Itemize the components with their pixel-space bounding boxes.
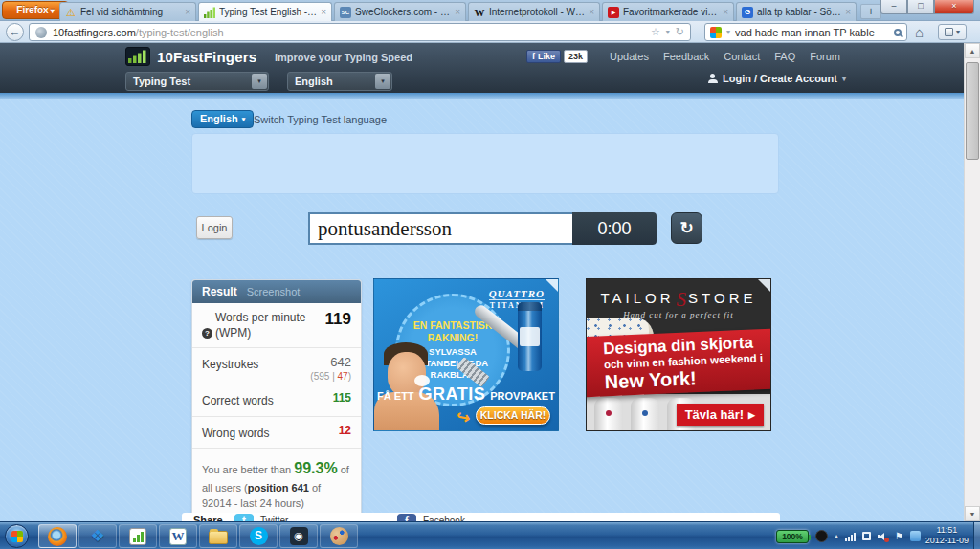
- skype-icon: S: [250, 527, 268, 545]
- clock-date: 2012-11-09: [925, 536, 969, 546]
- keystrokes-value: 642: [330, 355, 351, 369]
- tab-google-search[interactable]: G alla tp kablar - Sök på Google ×: [736, 2, 857, 21]
- google-icon: G: [742, 7, 753, 18]
- brand-logo-icon[interactable]: [125, 47, 150, 66]
- typing-input[interactable]: [308, 212, 572, 245]
- reload-icon[interactable]: ↻: [676, 26, 684, 38]
- ad-choices-icon[interactable]: [758, 279, 770, 292]
- screenshot-link[interactable]: Screenshot: [247, 286, 301, 297]
- battery-indicator[interactable]: 100%: [776, 530, 809, 543]
- tab-typing-test[interactable]: Typing Test English - 10FastFing... ×: [198, 2, 332, 21]
- network-plug-icon[interactable]: [862, 532, 871, 540]
- tray-app-icon[interactable]: [815, 530, 828, 542]
- ad-tailor-banner[interactable]: TAILORSSTORE Hand cut for a perfect fit …: [586, 278, 771, 431]
- scroll-up-icon[interactable]: ▲: [965, 43, 980, 58]
- windows-logo-icon: [11, 531, 23, 542]
- nav-link-faq[interactable]: FAQ: [774, 51, 795, 62]
- keystrokes-label: Keystrokes: [202, 357, 258, 372]
- language-select[interactable]: English ▾: [287, 72, 392, 91]
- ad-choices-icon[interactable]: [546, 279, 558, 292]
- window-controls: – □ ×: [880, 0, 974, 14]
- chevron-down-icon: ▾: [242, 111, 246, 127]
- ad-tailor-cta-button[interactable]: Tävla här!▶: [677, 404, 764, 426]
- back-button[interactable]: ←: [6, 23, 24, 41]
- page-content: 10FastFingers Improve your Typing Speed …: [0, 43, 964, 521]
- nav-link-updates[interactable]: Updates: [610, 51, 649, 62]
- login-create-account[interactable]: Login / Create Account ▾: [708, 73, 846, 84]
- tab-title: Favoritmarkerade videoklipp - Y...: [623, 7, 719, 17]
- shaving-gel-illustration: [518, 302, 542, 371]
- scroll-down-icon[interactable]: ▼: [965, 506, 980, 521]
- tab-title: Fel vid sidhämtning: [80, 7, 181, 17]
- taskbar-skype-button[interactable]: S: [239, 524, 278, 548]
- search-magnifier-icon[interactable]: [894, 29, 902, 36]
- url-dropdown-icon[interactable]: ▾: [666, 28, 670, 36]
- header-divider: [0, 93, 964, 99]
- home-icon[interactable]: ⌂: [915, 22, 924, 42]
- scrollbar-thumb[interactable]: [966, 62, 979, 160]
- tab-wikipedia[interactable]: W Internetprotokoll - Wikipedia ×: [468, 2, 600, 21]
- tab-close-icon[interactable]: ×: [845, 8, 851, 17]
- facebook-like-widget[interactable]: fLike 23k: [526, 50, 588, 63]
- tab-title: SweClockers.com - Sveriges stör...: [355, 7, 451, 17]
- twitter-icon[interactable]: t: [234, 514, 254, 521]
- speaker-muted-icon[interactable]: [878, 532, 888, 541]
- tab-close-icon[interactable]: ×: [321, 8, 326, 17]
- login-button[interactable]: Login: [196, 216, 233, 239]
- tray-expand-icon[interactable]: ▴: [835, 532, 838, 540]
- test-language-button[interactable]: English▾: [191, 110, 254, 128]
- facebook-icon[interactable]: f: [397, 514, 416, 521]
- tray-blue-app-icon[interactable]: [910, 531, 921, 541]
- taskbar-chart-app-button[interactable]: [119, 524, 157, 548]
- new-tab-button[interactable]: +: [860, 4, 881, 19]
- nav-link-forum[interactable]: Forum: [810, 51, 840, 62]
- close-button[interactable]: ×: [934, 0, 974, 14]
- taskbar-firefox-button[interactable]: [38, 524, 77, 548]
- search-bar[interactable]: ▾: [704, 23, 907, 41]
- taskbar-word-button[interactable]: W: [159, 524, 197, 548]
- browser-navbar: ← 10fastfingers.com/typing-test/english …: [0, 21, 980, 43]
- browser-tab-bar: Firefox▾ ⚠ Fel vid sidhämtning × Typing …: [0, 0, 980, 21]
- question-icon[interactable]: ?: [202, 328, 212, 339]
- taskbar-explorer-button[interactable]: [199, 524, 237, 548]
- tab-close-icon[interactable]: ×: [589, 8, 594, 17]
- tab-close-icon[interactable]: ×: [723, 8, 728, 17]
- taskbar-steam-button[interactable]: ◉: [279, 524, 318, 548]
- tab-error-page[interactable]: ⚠ Fel vid sidhämtning ×: [59, 2, 196, 21]
- typing-words-box: [191, 133, 779, 194]
- nav-link-contact[interactable]: Contact: [724, 51, 760, 62]
- play-arrow-icon: ▶: [748, 405, 755, 426]
- ad-razor-cta-button[interactable]: KLICKA HÄR!: [476, 406, 550, 425]
- position-value: position 641: [248, 482, 309, 494]
- network-signal-icon[interactable]: [845, 532, 856, 541]
- show-desktop-button[interactable]: [973, 522, 980, 549]
- brand-name[interactable]: 10FastFingers: [157, 49, 256, 65]
- header-nav: fLike 23k Updates Feedback Contact FAQ F…: [526, 43, 840, 69]
- ad-tailor-headline: Designa din skjorta och vinn en fashion …: [586, 329, 771, 398]
- nav-link-feedback[interactable]: Feedback: [663, 51, 709, 62]
- category-select[interactable]: Typing Test ▾: [125, 72, 269, 91]
- action-center-flag-icon[interactable]: ⚑: [895, 531, 903, 541]
- tab-youtube[interactable]: ▶ Favoritmarkerade videoklipp - Y... ×: [602, 2, 734, 21]
- url-bar[interactable]: 10fastfingers.com/typing-test/english ☆ …: [29, 23, 691, 41]
- minimize-button[interactable]: –: [880, 0, 907, 14]
- start-button[interactable]: [5, 524, 29, 548]
- tab-sweclockers[interactable]: SC SweClockers.com - Sveriges stör... ×: [334, 2, 466, 21]
- maximize-button[interactable]: □: [907, 0, 934, 14]
- facebook-icon: f: [532, 52, 535, 61]
- taskbar-paint-button[interactable]: [320, 524, 358, 548]
- tab-title: alla tp kablar - Sök på Google: [757, 7, 841, 17]
- taskbar-dropbox-button[interactable]: ❖: [78, 524, 117, 548]
- bookmarks-button[interactable]: ▾: [938, 24, 967, 40]
- tab-close-icon[interactable]: ×: [185, 8, 190, 17]
- person-icon: [708, 74, 718, 83]
- tab-title: Internetprotokoll - Wikipedia: [489, 7, 585, 17]
- ad-razor-banner[interactable]: QUATTRO TITANIUM EN FANTASTISK RAKNING! …: [373, 278, 559, 431]
- search-engine-dropdown-icon[interactable]: ▾: [726, 28, 730, 36]
- taskbar-clock[interactable]: 11:51 2012-11-09: [925, 525, 969, 546]
- restart-test-button[interactable]: ↻: [671, 212, 702, 244]
- page-scrollbar[interactable]: ▲ ▼: [964, 43, 980, 521]
- search-input[interactable]: [735, 27, 889, 38]
- tab-close-icon[interactable]: ×: [455, 8, 460, 17]
- bookmark-star-icon[interactable]: ☆: [651, 26, 660, 38]
